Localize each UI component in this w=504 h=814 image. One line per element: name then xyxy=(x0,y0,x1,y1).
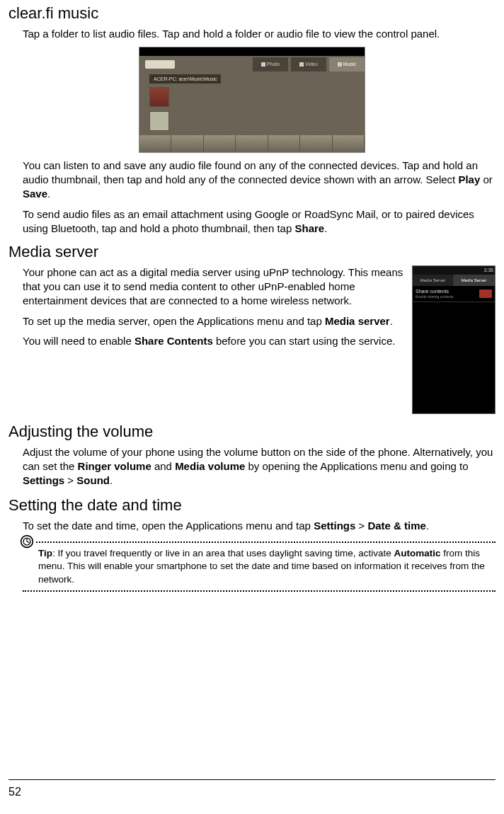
paragraph: You will need to enable Share Contents b… xyxy=(23,334,406,348)
text: > xyxy=(64,474,76,486)
tab-label: Music xyxy=(343,61,356,67)
page-footer: 52 xyxy=(8,779,496,800)
share-contents-row[interactable]: Share contents Enable sharing contents xyxy=(413,286,495,302)
status-bar: 3:38 xyxy=(413,266,495,275)
text: To send audio files as an email attachme… xyxy=(23,208,474,234)
row-text: Share contents Enable sharing contents xyxy=(416,289,454,299)
ui-term-share-contents: Share Contents xyxy=(134,335,213,347)
text: before you can start using the service. xyxy=(213,335,396,347)
dock-item[interactable] xyxy=(300,135,332,152)
dock-item[interactable] xyxy=(204,135,236,152)
ui-term-media-server: Media server xyxy=(325,315,390,327)
svg-line-3 xyxy=(27,541,29,543)
dock-item[interactable] xyxy=(171,135,203,152)
clearfi-logo xyxy=(145,60,175,69)
tip-box: Tip: If you travel frequently or live in… xyxy=(23,541,496,592)
dock-item[interactable] xyxy=(236,135,268,152)
tab-photo[interactable]: Photo xyxy=(253,57,288,71)
ui-term-play: Play xyxy=(458,173,480,185)
tab-label: Photo xyxy=(267,61,280,67)
text: . xyxy=(390,315,393,327)
status-bar xyxy=(139,47,365,56)
ui-term-ringer-volume: Ringer volume xyxy=(78,460,151,472)
dock-item[interactable] xyxy=(268,135,300,152)
tip-content: Tip: If you travel frequently or live in… xyxy=(38,547,496,586)
heading-clearfi-music: clear.fi music xyxy=(8,3,496,24)
row-subtitle: Enable sharing contents xyxy=(416,294,454,299)
text: To set the date and time, open the Appli… xyxy=(23,520,314,532)
ui-term-save: Save xyxy=(23,188,47,200)
paragraph: Adjust the volume of your phone using th… xyxy=(23,445,496,488)
screenshot-media-server: 3:38 Media Server Media Server Share con… xyxy=(412,265,496,414)
device-dock xyxy=(139,135,365,152)
music-icon xyxy=(338,62,342,67)
media-tabs: Photo Video Music xyxy=(253,57,365,71)
text: If you travel frequently or live in an a… xyxy=(58,548,394,558)
heading-setting-date-time: Setting the date and time xyxy=(8,495,496,516)
text: . xyxy=(324,222,327,234)
tip-icon xyxy=(20,534,35,550)
ui-term-sound: Sound xyxy=(76,474,110,486)
tab-label: Video xyxy=(305,61,318,67)
text: To set up the media server, open the App… xyxy=(23,315,325,327)
text: You can listen to and save any audio fil… xyxy=(23,159,478,185)
ui-term-settings: Settings xyxy=(314,520,355,532)
paragraph: Your phone can act as a digital media se… xyxy=(23,265,406,309)
text: . xyxy=(426,520,429,532)
text: : xyxy=(52,548,58,558)
text: > xyxy=(355,520,367,532)
page-number: 52 xyxy=(8,786,21,798)
ui-term-share: Share xyxy=(294,222,324,234)
text: or xyxy=(480,173,493,185)
paragraph: You can listen to and save any audio fil… xyxy=(23,159,496,202)
ui-term-settings: Settings xyxy=(23,474,64,486)
media-server-text: Your phone can act as a digital media se… xyxy=(23,265,406,354)
paragraph: To set the date and time, open the Appli… xyxy=(23,519,496,533)
heading-adjusting-volume: Adjusting the volume xyxy=(8,421,496,442)
media-server-tabs: Media Server Media Server xyxy=(413,275,495,286)
ui-term-automatic: Automatic xyxy=(394,548,441,558)
dock-item[interactable] xyxy=(333,135,365,152)
text: You will need to enable xyxy=(23,335,134,347)
ui-term-date-time: Date & time xyxy=(367,520,426,532)
ui-term-media-volume: Media volume xyxy=(175,460,245,472)
media-server-row: Your phone can act as a digital media se… xyxy=(23,265,496,414)
tab-video[interactable]: Video xyxy=(291,57,326,71)
heading-media-server: Media server xyxy=(8,241,496,263)
tab-music[interactable]: Music xyxy=(329,57,365,71)
screenshot-clearfi-music: Photo Video Music ACER-PC: acer\Music\Mu… xyxy=(139,47,365,153)
paragraph: Tap a folder to list audio files. Tap an… xyxy=(23,27,496,41)
text: . xyxy=(110,474,113,486)
tab-media-server-active[interactable]: Media Server xyxy=(454,275,495,286)
row-title: Share contents xyxy=(416,289,454,294)
text: . xyxy=(47,188,50,200)
photo-icon xyxy=(261,62,265,67)
video-icon xyxy=(299,62,304,67)
source-path: ACER-PC: acer\Music\Music xyxy=(149,74,221,84)
audio-thumbnail[interactable] xyxy=(149,87,169,107)
tip-label: Tip xyxy=(38,548,52,558)
share-contents-toggle[interactable] xyxy=(479,290,492,298)
dock-item[interactable] xyxy=(139,135,171,152)
tab-media-server[interactable]: Media Server xyxy=(413,275,454,286)
paragraph: To set up the media server, open the App… xyxy=(23,314,406,328)
audio-thumbnail[interactable] xyxy=(149,111,169,131)
text: by opening the Applications menu and goi… xyxy=(245,460,468,472)
paragraph: To send audio files as an email attachme… xyxy=(23,207,496,236)
text: and xyxy=(151,460,175,472)
